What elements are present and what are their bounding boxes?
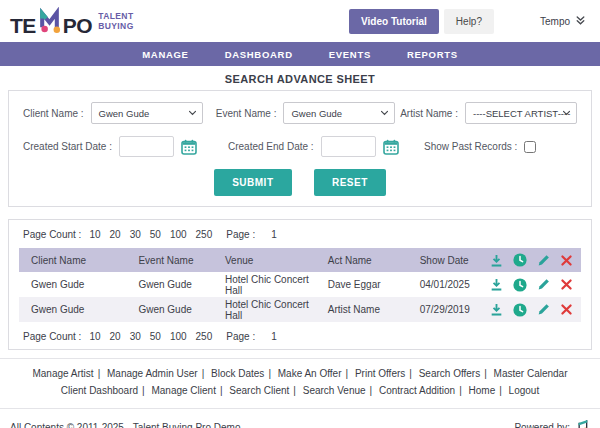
page-count-100[interactable]: 100 — [170, 331, 187, 342]
page-count-10[interactable]: 10 — [89, 331, 100, 342]
page-count-20[interactable]: 20 — [110, 229, 121, 240]
clock-icon[interactable] — [513, 303, 527, 317]
page-count-50[interactable]: 50 — [150, 331, 161, 342]
event-name-label: Event Name : — [216, 108, 277, 119]
delete-icon[interactable] — [560, 303, 573, 316]
created-start-date-input[interactable] — [119, 136, 174, 157]
cell-client-name: Gwen Gude — [19, 304, 138, 315]
pagination-bottom: Page Count : 10 20 30 50 100 250 Page : … — [9, 322, 591, 347]
chevron-down-icon — [380, 109, 389, 118]
edit-icon[interactable] — [537, 278, 550, 291]
table-row[interactable]: Gwen Gude Gwen Gude Hotel Chic Concert H… — [19, 272, 581, 297]
footer-link-make-an-offer[interactable]: Make An Offer — [278, 368, 342, 379]
col-header-event-name: Event Name — [138, 255, 225, 266]
nav-item-manage[interactable]: MANAGE — [142, 49, 188, 60]
col-header-show-date: Show Date — [420, 255, 490, 266]
page-label: Page : — [226, 331, 255, 342]
artist-name-select[interactable]: ----SELECT ARTIST---- — [465, 102, 577, 124]
col-header-venue: Venue — [225, 255, 328, 266]
footer-link-manage-client[interactable]: Manage Client — [151, 385, 215, 396]
page-count-250[interactable]: 250 — [196, 229, 213, 240]
footer-link-manage-artist[interactable]: Manage Artist — [32, 368, 93, 379]
footer-links-row2: Client Dashboard| Manage Client| Search … — [14, 382, 586, 399]
download-icon[interactable] — [490, 278, 503, 291]
created-end-date-label: Created End Date : — [228, 141, 314, 152]
chevron-down-icon — [188, 109, 197, 118]
col-header-client-name: Client Name — [19, 255, 138, 266]
created-end-date-input[interactable] — [321, 136, 376, 157]
footer-link-manage-admin-user[interactable]: Manage Admin User — [107, 368, 198, 379]
footer-link-search-offers[interactable]: Search Offers — [419, 368, 481, 379]
page-count-250[interactable]: 250 — [196, 331, 213, 342]
cell-show-date: 07/29/2019 — [420, 304, 490, 315]
page-count-10[interactable]: 10 — [89, 229, 100, 240]
show-past-records-label: Show Past Records : — [424, 141, 517, 152]
page-count-30[interactable]: 30 — [130, 331, 141, 342]
logo-tagline: TALENT BUYING — [98, 11, 133, 31]
artist-name-label: Artist Name : — [400, 108, 458, 119]
tempo-logo[interactable]: TE PO TALENT BUYING — [10, 7, 134, 36]
footer-link-print-offers[interactable]: Print Offers — [355, 368, 405, 379]
user-menu-label: Tempo — [540, 16, 570, 27]
footer-link-contract-addition[interactable]: Contract Addition — [379, 385, 455, 396]
calendar-icon[interactable] — [181, 139, 197, 155]
help-button[interactable]: Help? — [444, 9, 494, 34]
download-icon[interactable] — [490, 254, 503, 267]
pagination-top: Page Count : 10 20 30 50 100 250 Page : … — [9, 224, 591, 248]
table-row[interactable]: Gwen Gude Gwen Gude Hotel Chic Concert H… — [19, 297, 581, 322]
double-chevron-down-icon — [575, 15, 586, 28]
footer-links: Manage Artist| Manage Admin User| Block … — [0, 359, 600, 403]
cell-venue: Hotel Chic Concert Hall — [225, 274, 328, 296]
video-tutorial-button[interactable]: Video Tutorial — [349, 9, 439, 34]
edit-icon[interactable] — [537, 254, 550, 267]
clock-icon[interactable] — [513, 253, 527, 267]
cell-event-name: Gwen Gude — [138, 279, 225, 290]
cell-act-name: Artist Name — [328, 304, 420, 315]
footer-link-search-venue[interactable]: Search Venue — [303, 385, 366, 396]
clock-icon[interactable] — [513, 278, 527, 292]
page-count-label: Page Count : — [23, 331, 81, 342]
nav-item-events[interactable]: EVENTS — [329, 49, 371, 60]
current-page[interactable]: 1 — [271, 331, 277, 342]
search-form: Client Name : Gwen Gude Event Name : Gwe… — [8, 90, 592, 207]
footer-links-row1: Manage Artist| Manage Admin User| Block … — [14, 365, 586, 382]
delete-icon[interactable] — [560, 278, 573, 291]
powered-by-label: Powered by: — [514, 422, 570, 428]
footer-link-master-calendar[interactable]: Master Calendar — [494, 368, 568, 379]
event-name-select[interactable]: Gwen Gude — [283, 102, 395, 124]
cell-act-name: Dave Eggar — [328, 279, 420, 290]
download-icon[interactable] — [490, 303, 503, 316]
chevron-down-icon — [562, 109, 571, 118]
main-nav: MANAGE DASHBOARD EVENTS REPORTS — [0, 42, 600, 66]
page-count-30[interactable]: 30 — [130, 229, 141, 240]
footer-link-logout[interactable]: Logout — [509, 385, 540, 396]
footer-link-client-dashboard[interactable]: Client Dashboard — [61, 385, 138, 396]
page-title: SEARCH ADVANCE SHEET — [0, 73, 600, 85]
reset-button[interactable]: RESET — [314, 169, 386, 196]
nav-item-reports[interactable]: REPORTS — [407, 49, 458, 60]
delete-icon[interactable] — [560, 254, 573, 267]
bottom-bar: All Contents © 2011-2025 - Talent Buying… — [0, 408, 600, 428]
page-label: Page : — [226, 229, 255, 240]
nav-item-dashboard[interactable]: DASHBOARD — [225, 49, 293, 60]
copyright-text: All Contents © 2011-2025 - Talent Buying… — [10, 422, 240, 428]
show-past-records-checkbox[interactable] — [524, 141, 536, 153]
page-count-50[interactable]: 50 — [150, 229, 161, 240]
edit-icon[interactable] — [537, 303, 550, 316]
footer-link-search-client[interactable]: Search Client — [229, 385, 289, 396]
footer-link-home[interactable]: Home — [469, 385, 496, 396]
calendar-icon[interactable] — [383, 139, 399, 155]
page-count-20[interactable]: 20 — [110, 331, 121, 342]
page-count-100[interactable]: 100 — [170, 229, 187, 240]
user-menu[interactable]: Tempo — [540, 15, 586, 28]
page-count-label: Page Count : — [23, 229, 81, 240]
current-page[interactable]: 1 — [271, 229, 277, 240]
submit-button[interactable]: SUBMIT — [214, 169, 291, 196]
cell-show-date: 04/01/2025 — [420, 279, 490, 290]
client-name-label: Client Name : — [23, 108, 84, 119]
results-panel: Page Count : 10 20 30 50 100 250 Page : … — [8, 219, 592, 350]
music-note-m-icon — [37, 7, 62, 36]
footer-link-block-dates[interactable]: Block Dates — [211, 368, 264, 379]
client-name-select[interactable]: Gwen Gude — [91, 102, 203, 124]
cell-venue: Hotel Chic Concert Hall — [225, 299, 328, 321]
